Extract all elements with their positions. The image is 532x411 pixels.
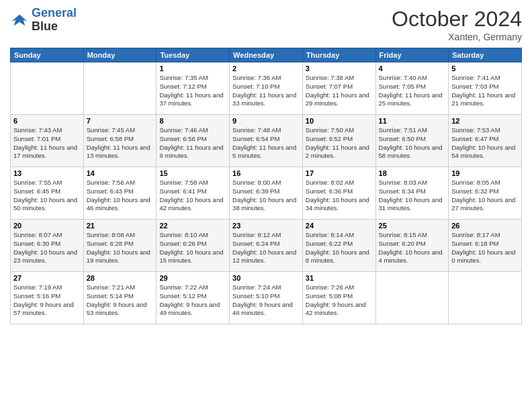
day-number: 11 <box>379 117 446 125</box>
day-number: 31 <box>306 274 373 282</box>
table-row <box>11 62 84 115</box>
table-row: 24Sunrise: 8:14 AM Sunset: 6:22 PM Dayli… <box>302 220 375 272</box>
table-row: 22Sunrise: 8:10 AM Sunset: 6:26 PM Dayli… <box>157 220 230 272</box>
day-number: 22 <box>159 222 226 230</box>
col-monday: Monday <box>83 48 157 62</box>
day-info: Sunrise: 7:53 AM Sunset: 6:47 PM Dayligh… <box>451 126 519 161</box>
table-row: 18Sunrise: 8:03 AM Sunset: 6:34 PM Dayli… <box>375 167 449 220</box>
day-info: Sunrise: 7:35 AM Sunset: 7:12 PM Dayligh… <box>159 74 226 108</box>
location: Xanten, Germany <box>392 32 522 42</box>
day-number: 25 <box>379 222 446 230</box>
day-info: Sunrise: 8:12 AM Sunset: 6:24 PM Dayligh… <box>232 231 300 265</box>
table-row: 30Sunrise: 7:24 AM Sunset: 5:10 PM Dayli… <box>230 272 303 324</box>
calendar-week-2: 6Sunrise: 7:43 AM Sunset: 7:01 PM Daylig… <box>11 115 522 167</box>
day-number: 7 <box>87 117 154 125</box>
table-row <box>449 272 522 324</box>
calendar-header-row: Sunday Monday Tuesday Wednesday Thursday… <box>11 48 522 62</box>
col-thursday: Thursday <box>302 48 375 62</box>
day-info: Sunrise: 7:51 AM Sunset: 6:50 PM Dayligh… <box>379 126 446 161</box>
table-row: 1Sunrise: 7:35 AM Sunset: 7:12 PM Daylig… <box>157 62 230 115</box>
day-info: Sunrise: 8:05 AM Sunset: 6:32 PM Dayligh… <box>451 179 519 213</box>
day-info: Sunrise: 7:24 AM Sunset: 5:10 PM Dayligh… <box>232 283 300 318</box>
table-row: 13Sunrise: 7:55 AM Sunset: 6:45 PM Dayli… <box>11 167 84 220</box>
table-row: 17Sunrise: 8:02 AM Sunset: 6:36 PM Dayli… <box>302 167 375 220</box>
table-row: 5Sunrise: 7:41 AM Sunset: 7:03 PM Daylig… <box>449 62 522 115</box>
day-number: 12 <box>451 117 519 125</box>
table-row: 27Sunrise: 7:19 AM Sunset: 5:16 PM Dayli… <box>11 272 84 324</box>
table-row: 28Sunrise: 7:21 AM Sunset: 5:14 PM Dayli… <box>83 272 157 324</box>
day-number: 8 <box>159 117 226 125</box>
day-info: Sunrise: 7:41 AM Sunset: 7:03 PM Dayligh… <box>451 74 519 108</box>
table-row: 2Sunrise: 7:36 AM Sunset: 7:10 PM Daylig… <box>230 62 303 115</box>
calendar-week-3: 13Sunrise: 7:55 AM Sunset: 6:45 PM Dayli… <box>11 167 522 220</box>
table-row: 7Sunrise: 7:45 AM Sunset: 6:58 PM Daylig… <box>83 115 157 167</box>
day-number: 19 <box>451 169 519 177</box>
day-info: Sunrise: 7:22 AM Sunset: 5:12 PM Dayligh… <box>159 283 226 318</box>
table-row <box>83 62 157 115</box>
day-info: Sunrise: 7:40 AM Sunset: 7:05 PM Dayligh… <box>379 74 446 108</box>
day-number: 14 <box>87 169 154 177</box>
table-row: 11Sunrise: 7:51 AM Sunset: 6:50 PM Dayli… <box>375 115 449 167</box>
table-row: 29Sunrise: 7:22 AM Sunset: 5:12 PM Dayli… <box>157 272 230 324</box>
day-number: 9 <box>232 117 300 125</box>
table-row: 25Sunrise: 8:15 AM Sunset: 6:20 PM Dayli… <box>375 220 449 272</box>
day-info: Sunrise: 7:46 AM Sunset: 6:56 PM Dayligh… <box>159 126 226 161</box>
day-number: 30 <box>232 274 300 282</box>
day-number: 18 <box>379 169 446 177</box>
table-row: 23Sunrise: 8:12 AM Sunset: 6:24 PM Dayli… <box>230 220 303 272</box>
day-number: 29 <box>159 274 226 282</box>
day-number: 4 <box>379 64 446 73</box>
day-number: 23 <box>232 222 300 230</box>
col-saturday: Saturday <box>449 48 522 62</box>
day-info: Sunrise: 7:19 AM Sunset: 5:16 PM Dayligh… <box>13 283 81 318</box>
logo-text: General Blue <box>32 7 77 34</box>
logo: General Blue <box>10 7 77 34</box>
day-number: 1 <box>159 64 226 73</box>
day-info: Sunrise: 7:50 AM Sunset: 6:52 PM Dayligh… <box>306 126 373 161</box>
day-info: Sunrise: 7:36 AM Sunset: 7:10 PM Dayligh… <box>232 74 300 108</box>
calendar-week-1: 1Sunrise: 7:35 AM Sunset: 7:12 PM Daylig… <box>11 62 522 115</box>
day-number: 13 <box>13 169 81 177</box>
logo-bird-icon <box>10 11 29 30</box>
table-row: 14Sunrise: 7:56 AM Sunset: 6:43 PM Dayli… <box>83 167 157 220</box>
table-row: 3Sunrise: 7:38 AM Sunset: 7:07 PM Daylig… <box>302 62 375 115</box>
table-row: 19Sunrise: 8:05 AM Sunset: 6:32 PM Dayli… <box>449 167 522 220</box>
calendar-page: General Blue October 2024 Xanten, German… <box>0 0 532 411</box>
day-number: 15 <box>159 169 226 177</box>
day-info: Sunrise: 7:21 AM Sunset: 5:14 PM Dayligh… <box>87 283 154 318</box>
day-number: 6 <box>13 117 81 125</box>
day-number: 27 <box>13 274 81 282</box>
day-info: Sunrise: 7:55 AM Sunset: 6:45 PM Dayligh… <box>13 179 81 213</box>
day-number: 28 <box>87 274 154 282</box>
col-friday: Friday <box>375 48 449 62</box>
day-info: Sunrise: 7:26 AM Sunset: 5:08 PM Dayligh… <box>306 283 373 318</box>
day-info: Sunrise: 8:02 AM Sunset: 6:36 PM Dayligh… <box>306 179 373 213</box>
calendar-week-4: 20Sunrise: 8:07 AM Sunset: 6:30 PM Dayli… <box>11 220 522 272</box>
day-info: Sunrise: 8:00 AM Sunset: 6:39 PM Dayligh… <box>232 179 300 213</box>
table-row: 9Sunrise: 7:48 AM Sunset: 6:54 PM Daylig… <box>230 115 303 167</box>
table-row: 21Sunrise: 8:08 AM Sunset: 6:28 PM Dayli… <box>83 220 157 272</box>
svg-marker-0 <box>12 14 27 26</box>
day-info: Sunrise: 7:48 AM Sunset: 6:54 PM Dayligh… <box>232 126 300 161</box>
day-number: 16 <box>232 169 300 177</box>
table-row: 10Sunrise: 7:50 AM Sunset: 6:52 PM Dayli… <box>302 115 375 167</box>
day-number: 17 <box>306 169 373 177</box>
title-block: October 2024 Xanten, Germany <box>392 7 522 42</box>
day-number: 2 <box>232 64 300 73</box>
table-row: 4Sunrise: 7:40 AM Sunset: 7:05 PM Daylig… <box>375 62 449 115</box>
col-sunday: Sunday <box>11 48 84 62</box>
day-number: 21 <box>87 222 154 230</box>
table-row: 26Sunrise: 8:17 AM Sunset: 6:18 PM Dayli… <box>449 220 522 272</box>
day-number: 10 <box>306 117 373 125</box>
table-row: 15Sunrise: 7:58 AM Sunset: 6:41 PM Dayli… <box>157 167 230 220</box>
table-row <box>375 272 449 324</box>
day-info: Sunrise: 7:45 AM Sunset: 6:58 PM Dayligh… <box>87 126 154 161</box>
day-info: Sunrise: 8:15 AM Sunset: 6:20 PM Dayligh… <box>379 231 446 265</box>
calendar-week-5: 27Sunrise: 7:19 AM Sunset: 5:16 PM Dayli… <box>11 272 522 324</box>
day-info: Sunrise: 8:10 AM Sunset: 6:26 PM Dayligh… <box>159 231 226 265</box>
day-info: Sunrise: 7:43 AM Sunset: 7:01 PM Dayligh… <box>13 126 81 161</box>
day-info: Sunrise: 8:08 AM Sunset: 6:28 PM Dayligh… <box>87 231 154 265</box>
table-row: 6Sunrise: 7:43 AM Sunset: 7:01 PM Daylig… <box>11 115 84 167</box>
day-number: 24 <box>306 222 373 230</box>
calendar-table: Sunday Monday Tuesday Wednesday Thursday… <box>10 48 522 324</box>
